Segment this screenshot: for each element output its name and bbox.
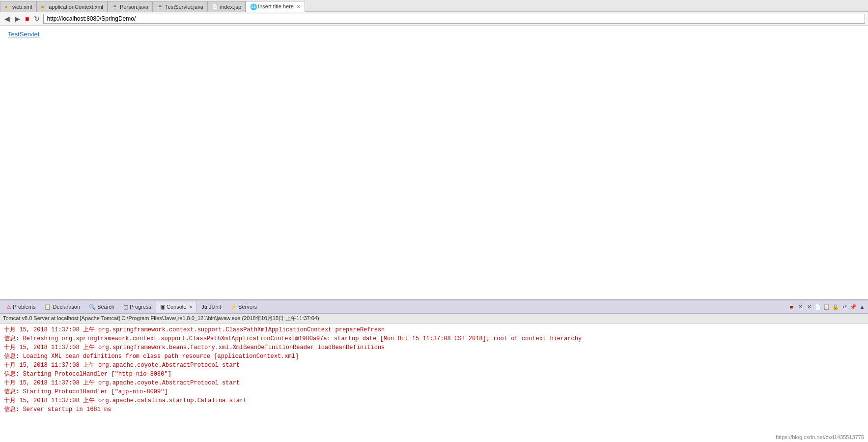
declaration-icon: 📋 — [44, 304, 51, 310]
url-input[interactable] — [43, 14, 865, 24]
progress-icon: ◫ — [123, 304, 128, 310]
tab-testservlet-java[interactable]: ☕ TestServlet.java — [153, 1, 208, 12]
console-line: 信息: Loading XML bean definitions from cl… — [4, 352, 864, 361]
remove-button[interactable]: ✕ — [805, 303, 813, 311]
console-line: 十月 15, 2018 11:37:08 上午 org.apache.coyot… — [4, 361, 864, 370]
tab-label: index.jsp — [220, 4, 241, 10]
tab-label: Search — [97, 304, 114, 310]
tab-label: applicationContext.xml — [49, 4, 103, 10]
tab-label: Servers — [238, 304, 257, 310]
java-icon: ☕ — [112, 4, 118, 10]
tab-label: Declaration — [53, 304, 80, 310]
console-output: 十月 15, 2018 11:37:08 上午 org.springframew… — [0, 324, 868, 442]
tab-close-button[interactable]: ✕ — [297, 4, 301, 9]
server-info-text: Tomcat v8.0 Server at localhost [Apache … — [3, 315, 319, 321]
console-line: 十月 15, 2018 11:37:08 上午 org.apache.coyot… — [4, 379, 864, 387]
address-bar: ◀ ▶ ■ ↻ — [0, 12, 868, 26]
tab-app-context[interactable]: ■ applicationContext.xml — [36, 1, 108, 12]
console-icon: ▣ — [160, 304, 165, 310]
tab-declaration[interactable]: 📋 Declaration — [40, 301, 84, 313]
console-line: 信息: Starting ProtocolHandler ["http-nio-… — [4, 370, 864, 379]
search-icon: 🔍 — [89, 304, 96, 310]
tab-label: Problems — [13, 304, 35, 310]
tab-label: Progress — [130, 304, 151, 310]
globe-icon: 🌐 — [250, 3, 256, 9]
tab-progress[interactable]: ◫ Progress — [119, 301, 156, 313]
problem-icon: ⚠ — [6, 304, 11, 310]
watermark: https://blog.csdn.net/zxd1435513775 — [776, 434, 864, 440]
refresh-button[interactable]: ↻ — [32, 15, 41, 22]
bottom-tab-bar: ⚠ Problems 📋 Declaration 🔍 Search ◫ Prog… — [0, 300, 785, 313]
tab-bar: ■ web.xml ■ applicationContext.xml ☕ Per… — [0, 0, 868, 12]
tab-label: Console — [167, 304, 186, 310]
bottom-toolbar: ■ ✕ ✕ 📄 📋 🔒 ↵ 📌 ▲ — [785, 300, 868, 313]
console-tab-close-button[interactable]: ✕ — [189, 304, 193, 310]
test-servlet-link[interactable]: TestServlet — [8, 30, 39, 38]
console-line: 十月 15, 2018 11:37:08 上午 org.apache.catal… — [4, 396, 864, 405]
tab-label: TestServlet.java — [165, 4, 203, 10]
xml-icon: ■ — [41, 4, 47, 10]
expand-button[interactable]: ▲ — [858, 303, 866, 311]
tab-servers[interactable]: ⚡ Servers — [225, 301, 261, 313]
console-line: 信息: Refreshing org.springframework.conte… — [4, 334, 864, 343]
tab-person-java[interactable]: ☕ Person.java — [108, 1, 153, 12]
console-line: 信息: Starting ProtocolHandler ["ajp-nio-8… — [4, 387, 864, 396]
forward-button[interactable]: ▶ — [13, 15, 22, 22]
word-wrap-button[interactable]: ↵ — [840, 303, 848, 311]
tab-junit[interactable]: Ju JUnit — [197, 301, 225, 313]
tab-index-jsp[interactable]: 📄 index.jsp — [208, 1, 246, 12]
stop-button[interactable]: ■ — [24, 15, 30, 22]
server-info-bar: Tomcat v8.0 Server at localhost [Apache … — [0, 314, 868, 324]
console-line: 十月 15, 2018 11:37:08 上午 org.springframew… — [4, 325, 864, 334]
tab-label: JUnit — [209, 304, 221, 310]
servers-icon: ⚡ — [230, 304, 237, 310]
tab-insert-title[interactable]: 🌐 Insert title here ✕ — [246, 1, 305, 12]
xml-icon: ■ — [4, 4, 10, 10]
junit-icon: Ju — [201, 304, 207, 310]
tab-console[interactable]: ▣ Console ✕ — [156, 301, 197, 313]
scroll-lock-button[interactable]: 🔒 — [832, 303, 840, 311]
clear-button[interactable]: 📄 — [814, 303, 822, 311]
tab-label: Person.java — [120, 4, 148, 10]
browser-content: TestServlet — [0, 26, 868, 299]
tab-web-xml[interactable]: ■ web.xml — [0, 1, 36, 12]
tab-label: Insert title here — [258, 3, 294, 9]
terminate-button[interactable]: ■ — [787, 303, 795, 311]
pin-button[interactable]: 📌 — [849, 303, 857, 311]
tab-problems[interactable]: ⚠ Problems — [2, 301, 40, 313]
bottom-panel: ⚠ Problems 📋 Declaration 🔍 Search ◫ Prog… — [0, 299, 868, 442]
console-line: 十月 15, 2018 11:37:08 上午 org.springframew… — [4, 343, 864, 352]
back-button[interactable]: ◀ — [3, 15, 11, 22]
console-line: 信息: Server startup in 1681 ms — [4, 405, 864, 414]
java-icon: ☕ — [157, 4, 163, 10]
tab-search[interactable]: 🔍 Search — [84, 301, 119, 313]
jsp-icon: 📄 — [212, 4, 218, 10]
copy-button[interactable]: 📋 — [823, 303, 831, 311]
tab-label: web.xml — [12, 4, 32, 10]
disconnect-button[interactable]: ✕ — [796, 303, 804, 311]
